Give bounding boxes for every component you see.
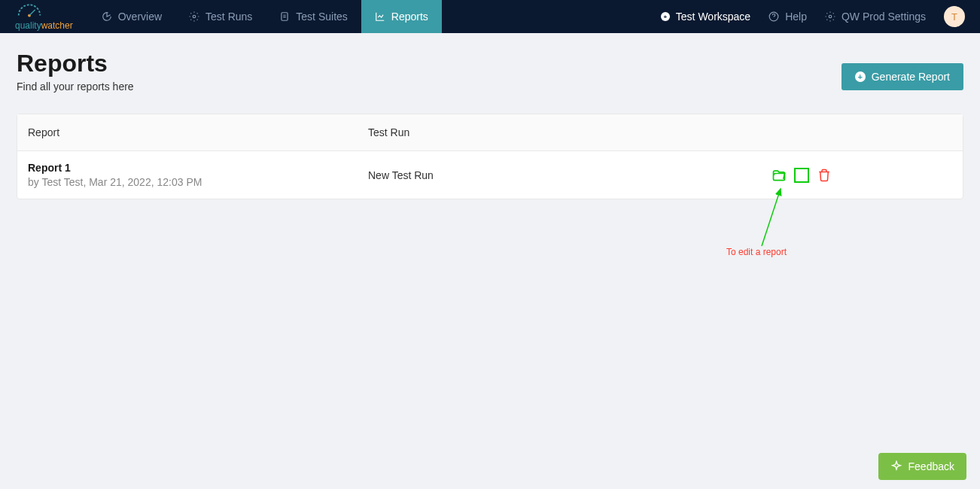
svg-line-1	[29, 10, 35, 16]
page-header: Reports Find all your reports here + Gen…	[17, 50, 963, 93]
trash-icon	[817, 169, 831, 182]
edit-report-button[interactable]	[794, 168, 809, 183]
logo[interactable]: qualitywatcher	[15, 2, 73, 31]
logo-arc-icon	[15, 2, 44, 17]
nav-overview-label: Overview	[118, 11, 162, 23]
svg-point-5	[829, 15, 832, 18]
help-label: Help	[785, 11, 807, 23]
nav-overview[interactable]: Overview	[88, 0, 175, 33]
open-folder-button[interactable]	[772, 168, 787, 183]
nav-testsuites[interactable]: Test Suites	[266, 0, 361, 33]
workspace-dot-icon: +	[661, 12, 670, 21]
gear-icon	[825, 11, 835, 22]
settings-link[interactable]: QW Prod Settings	[825, 11, 926, 23]
chart-line-icon	[375, 11, 385, 22]
feedback-button[interactable]: Feedback	[878, 453, 966, 480]
folder-open-icon	[772, 168, 787, 183]
th-testrun: Test Run	[368, 126, 952, 138]
nav-testruns-label: Test Runs	[205, 11, 252, 23]
generate-report-label: Generate Report	[872, 71, 950, 83]
avatar[interactable]: T	[944, 6, 965, 27]
plus-circle-icon: +	[855, 71, 866, 82]
clipboard-icon	[279, 11, 290, 22]
top-navbar: qualitywatcher Overview Test Runs Test S…	[0, 0, 980, 33]
nav-right: + Test Workspace Help QW Prod Settings T	[661, 6, 965, 27]
report-meta: by Test Test, Mar 21, 2022, 12:03 PM	[28, 176, 368, 188]
nav-testsuites-label: Test Suites	[296, 11, 347, 23]
gear-icon	[189, 11, 199, 22]
logo-text: qualitywatcher	[15, 20, 73, 31]
page-subtitle: Find all your reports here	[17, 80, 134, 93]
reports-table: Report Test Run Report 1 by Test Test, M…	[17, 114, 963, 199]
delete-report-button[interactable]	[817, 168, 832, 183]
help-link[interactable]: Help	[768, 11, 807, 23]
page-content: Reports Find all your reports here + Gen…	[0, 33, 980, 216]
actions-cell	[772, 168, 952, 183]
th-report: Report	[28, 126, 368, 138]
question-circle-icon	[768, 11, 779, 22]
report-cell: Report 1 by Test Test, Mar 21, 2022, 12:…	[28, 162, 368, 188]
testrun-cell: New Test Run	[368, 169, 772, 181]
nav-testruns[interactable]: Test Runs	[175, 0, 266, 33]
nav-reports-label: Reports	[391, 11, 428, 23]
annotation-text: To edit a report	[726, 247, 787, 257]
table-row: Report 1 by Test Test, Mar 21, 2022, 12:…	[17, 151, 963, 199]
workspace-label: Test Workspace	[676, 11, 750, 23]
page-title: Reports	[17, 50, 134, 77]
pie-chart-icon	[102, 11, 112, 22]
sparkle-icon	[890, 460, 902, 472]
nav-reports[interactable]: Reports	[361, 0, 442, 33]
generate-report-button[interactable]: + Generate Report	[842, 63, 963, 90]
nav-items: Overview Test Runs Test Suites Reports	[88, 0, 442, 33]
report-name[interactable]: Report 1	[28, 162, 368, 174]
settings-label: QW Prod Settings	[842, 11, 926, 23]
workspace-selector[interactable]: + Test Workspace	[661, 11, 750, 23]
svg-point-2	[193, 15, 196, 18]
feedback-label: Feedback	[908, 460, 954, 472]
table-header: Report Test Run	[17, 114, 963, 151]
avatar-initial: T	[951, 11, 957, 23]
